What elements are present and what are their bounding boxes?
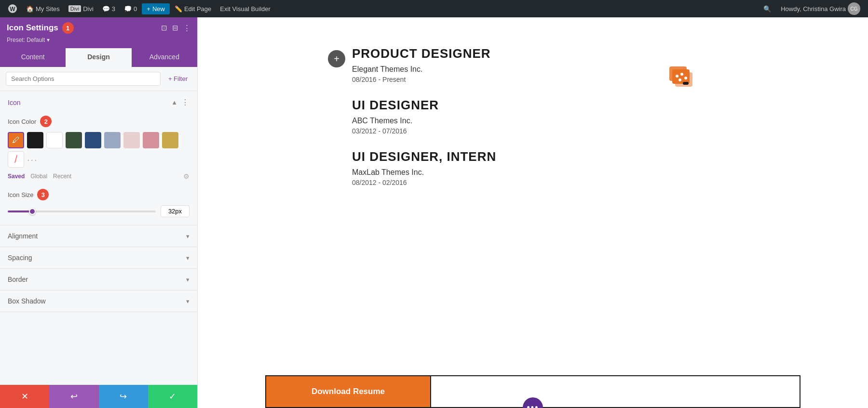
spacing-title: Spacing <box>8 254 32 262</box>
svg-point-6 <box>680 73 683 76</box>
svg-rect-4 <box>672 69 690 84</box>
wp-logo-item[interactable]: W <box>4 2 21 15</box>
home-icon: 🏠 <box>26 5 34 13</box>
icon-section-dots[interactable]: ⋮ <box>181 98 190 107</box>
feedback-item[interactable]: 💭 0 <box>120 3 141 14</box>
color-tabs: Saved Global Recent ⚙ <box>8 172 190 180</box>
color-swatch-lavender[interactable] <box>104 132 121 148</box>
edit-icon: ✏️ <box>175 5 182 13</box>
search-item[interactable]: 🔍 <box>760 3 775 14</box>
box-shadow-section-header[interactable]: Box Shadow ▾ <box>0 290 197 312</box>
panel-content: Icon ▲ ⋮ Icon Color 2 🖊 <box>0 91 197 385</box>
alignment-section-header[interactable]: Alignment ▾ <box>0 225 197 247</box>
size-slider[interactable] <box>8 211 156 212</box>
color-settings-icon[interactable]: ⚙ <box>183 172 190 180</box>
layout-icon[interactable]: ⊟ <box>172 24 178 32</box>
search-input[interactable] <box>6 72 161 86</box>
job-2-company: ABC Themes Inc. <box>352 117 800 125</box>
icon-size-label-row: Icon Size 3 <box>8 189 190 200</box>
svg-rect-9 <box>683 82 689 85</box>
color-tab-saved[interactable]: Saved <box>8 173 25 180</box>
download-resume-button[interactable]: Download Resume <box>266 376 430 407</box>
border-section: Border ▾ <box>0 269 197 290</box>
color-tab-global[interactable]: Global <box>30 173 47 180</box>
wordpress-icon: W <box>8 4 17 13</box>
border-title: Border <box>8 276 28 283</box>
alignment-title: Alignment <box>8 232 38 240</box>
icon-section-title: Icon <box>8 99 20 106</box>
my-sites-item[interactable]: 🏠 My Sites <box>22 3 64 14</box>
job-3: UI DESIGNER, INTERN MaxLab Themes Inc. 0… <box>352 149 800 186</box>
divi-icon: Divi <box>68 5 81 12</box>
divi-item[interactable]: Divi Divi <box>65 3 97 14</box>
more-icon[interactable]: ⋮ <box>183 24 190 32</box>
box-shadow-section: Box Shadow ▾ <box>0 290 197 312</box>
preset-label: Preset: Default <box>7 37 45 43</box>
color-swatch-gold[interactable] <box>162 132 178 148</box>
edit-page-label: Edit Page <box>184 5 211 13</box>
confirm-button[interactable]: ✓ <box>148 385 197 408</box>
job-1-dates: 08/2016 - Present <box>352 76 800 83</box>
tab-content[interactable]: Content <box>0 48 66 67</box>
slash-icon: / <box>14 154 17 165</box>
undo-button[interactable]: ↩ <box>49 385 98 408</box>
slider-row <box>8 205 190 217</box>
size-input[interactable] <box>161 205 190 217</box>
color-swatch-rose[interactable] <box>143 132 159 148</box>
icon-section-header-right: ▲ ⋮ <box>171 98 190 107</box>
tab-advanced[interactable]: Advanced <box>132 48 197 67</box>
resume-content: PRODUCT DESIGNER Elegant Themes Inc. 08/… <box>198 17 868 366</box>
new-item[interactable]: + New <box>142 3 170 14</box>
edit-page-item[interactable]: ✏️ Edit Page <box>171 3 215 14</box>
color-swatch-more[interactable]: ··· <box>27 151 38 168</box>
expand-icon[interactable]: ⊡ <box>161 24 167 32</box>
howdy-item[interactable]: Howdy, Christina Gwira CG <box>777 0 864 17</box>
my-sites-label: My Sites <box>36 5 60 13</box>
color-swatch-white[interactable] <box>46 132 63 148</box>
exit-builder-item[interactable]: Exit Visual Builder <box>216 3 274 14</box>
icon-color-label-row: Icon Color 2 <box>8 116 190 127</box>
step2-badge: 2 <box>40 116 52 127</box>
eyedropper-icon: 🖊 <box>12 136 20 145</box>
feedback-icon: 💭 <box>124 5 132 13</box>
dots-menu-icon: ••• <box>527 403 539 408</box>
preset-chevron: ▾ <box>47 37 50 43</box>
color-swatch-orange[interactable]: 🖊 <box>8 132 24 148</box>
job-1-title: PRODUCT DESIGNER <box>352 46 800 61</box>
comments-item[interactable]: 💬 3 <box>98 3 119 14</box>
color-tab-recent[interactable]: Recent <box>53 173 71 180</box>
comments-count: 3 <box>112 5 115 13</box>
undo-icon: ↩ <box>70 391 78 402</box>
color-swatch-black[interactable] <box>27 132 43 148</box>
redo-button[interactable]: ↪ <box>99 385 148 408</box>
icon-size-label: Icon Size <box>8 191 33 198</box>
add-button[interactable]: + <box>328 50 345 67</box>
box-shadow-title: Box Shadow <box>8 297 46 305</box>
plus-icon: + <box>147 5 150 13</box>
spacing-section-header[interactable]: Spacing ▾ <box>0 247 197 268</box>
border-section-header[interactable]: Border ▾ <box>0 269 197 290</box>
svg-point-7 <box>684 77 687 79</box>
icon-section-header[interactable]: Icon ▲ ⋮ <box>0 91 197 114</box>
tab-design[interactable]: Design <box>66 48 131 67</box>
panel-tabs: Content Design Advanced <box>0 48 197 67</box>
spacing-chevron: ▾ <box>186 254 190 262</box>
feedback-count: 0 <box>134 5 137 13</box>
icon-color-label: Icon Color <box>8 118 36 125</box>
color-swatch-navy[interactable] <box>85 132 101 148</box>
filter-button[interactable]: + Filter <box>164 73 191 84</box>
icon-section-body: Icon Color 2 🖊 <box>0 114 197 225</box>
download-section: Download Resume ••• <box>198 375 868 408</box>
color-swatch-light-pink[interactable] <box>123 132 140 148</box>
color-swatch-dark-green[interactable] <box>66 132 82 148</box>
box-shadow-chevron: ▾ <box>186 298 190 305</box>
panel-header-icons: ⊡ ⊟ ⋮ <box>161 24 190 32</box>
close-button[interactable]: ✕ <box>0 385 49 408</box>
alignment-chevron: ▾ <box>186 233 190 240</box>
job-1: PRODUCT DESIGNER Elegant Themes Inc. 08/… <box>352 46 800 83</box>
preview-palette-icon[interactable] <box>668 66 694 89</box>
howdy-label: Howdy, Christina Gwira <box>781 5 846 13</box>
color-swatch-none[interactable]: / <box>8 151 24 168</box>
palette-svg <box>668 66 694 87</box>
exit-builder-label: Exit Visual Builder <box>220 5 271 13</box>
